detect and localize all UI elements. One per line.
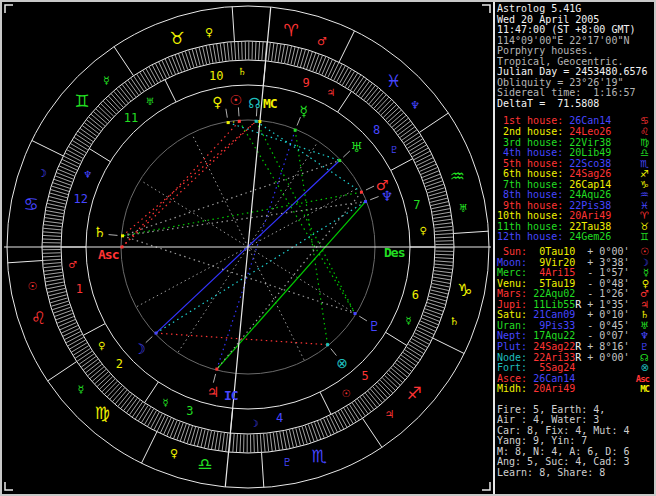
chart-header-block: Astrolog 5.41GWed 20 April 200511:47:00 … — [497, 4, 654, 109]
degree-tick — [316, 55, 323, 72]
aspect-line-asc-node — [122, 121, 256, 247]
degree-tick — [226, 433, 228, 451]
degree-tick — [62, 159, 78, 167]
planet-row: Midh: 20Ari49MC — [497, 384, 654, 395]
degree-tick — [64, 156, 80, 164]
degree-tick — [278, 44, 281, 62]
degree-tick — [206, 46, 210, 64]
house-cusp-spoke — [165, 80, 176, 102]
planet-velocity: + 8°16' — [581, 342, 629, 353]
degree-tick — [44, 225, 62, 227]
degree-tick — [435, 241, 453, 242]
degree-tick — [66, 334, 82, 342]
degree-tick — [44, 266, 62, 268]
degree-tick — [403, 352, 418, 362]
degree-tick — [233, 434, 234, 452]
planet-velocity: + 0°00' — [581, 353, 629, 364]
degree-tick — [224, 43, 226, 61]
info-panel: Astrolog 5.41GWed 20 April 200511:47:00 … — [495, 2, 654, 494]
house-ruler-glyph: ♀ — [419, 225, 426, 236]
degree-tick — [422, 318, 439, 325]
degree-tick — [260, 434, 261, 452]
planet-position-value: 20Ari49 — [527, 384, 575, 395]
degree-tick — [322, 58, 329, 75]
house-cusp-spoke — [145, 382, 159, 403]
degree-tick — [155, 64, 163, 80]
neptune-marker — [364, 200, 367, 203]
saturn-marker — [121, 234, 124, 237]
scorpio-ruler-glyph: ♇ — [282, 456, 292, 469]
degree-tick — [220, 43, 222, 61]
degree-tick — [175, 55, 181, 72]
degree-tick — [210, 45, 213, 63]
degree-tick — [424, 312, 441, 318]
aspect-line-mars-saturn — [122, 192, 361, 236]
degree-tick — [70, 340, 86, 349]
degree-tick — [421, 167, 438, 174]
degree-tick — [338, 411, 347, 427]
scorpio-sign-glyph: ♏ — [311, 446, 326, 466]
sign-boundary — [141, 432, 156, 463]
degree-tick — [332, 414, 340, 430]
house-ruler-glyph: ☿ — [162, 397, 168, 408]
degree-tick — [433, 212, 451, 215]
degree-tick — [328, 61, 336, 77]
uranus-marker — [338, 159, 341, 162]
degree-tick — [154, 414, 162, 430]
degree-tick — [61, 163, 77, 170]
aspect-line-venus-uranus — [228, 123, 340, 161]
degree-tick — [56, 173, 73, 180]
degree-tick — [208, 431, 212, 449]
capricorn-ruler-glyph: ♄ — [449, 315, 459, 328]
degree-tick — [330, 416, 338, 432]
jupiter-glyph: ♃ — [207, 384, 220, 400]
sign-boundary — [433, 338, 464, 353]
degree-tick — [415, 154, 431, 162]
degree-tick — [407, 347, 422, 357]
degree-tick — [310, 53, 316, 70]
degree-tick — [211, 432, 214, 450]
uranus-glyph: ♅ — [350, 139, 363, 155]
sign-boundary — [232, 7, 234, 42]
degree-tick — [201, 430, 205, 448]
degree-tick — [311, 423, 317, 440]
corner-bracket — [5, 482, 13, 490]
aquarius-ruler-glyph: ♅ — [459, 202, 469, 215]
degree-tick — [58, 169, 75, 176]
degree-tick — [45, 214, 63, 217]
mc-label: MC — [263, 96, 277, 111]
degree-tick — [135, 404, 145, 419]
degree-tick — [170, 421, 177, 438]
degree-tick — [152, 65, 160, 81]
aspect-line-moon-fortune — [156, 333, 328, 345]
header-line: Astrolog 5.41G — [497, 4, 654, 15]
jupiter-marker — [215, 368, 218, 371]
degree-tick — [280, 432, 283, 450]
house-cusp-spoke — [391, 159, 413, 171]
degree-tick — [423, 315, 440, 322]
degree-tick — [151, 412, 160, 428]
sun-glyph: ☉ — [229, 92, 242, 108]
degree-tick — [433, 216, 451, 219]
virgo-sign-glyph: ♍ — [95, 403, 110, 423]
planet-label: Fort: — [497, 363, 527, 374]
aspect-line-saturn-node — [122, 121, 256, 236]
degree-tick — [327, 417, 335, 433]
degree-tick — [132, 402, 142, 417]
degree-tick — [46, 207, 64, 211]
house-ruler-glyph: ☉ — [341, 388, 350, 399]
degree-tick — [286, 431, 290, 449]
house-cusp-spoke — [83, 324, 105, 336]
libra-ruler-glyph: ♀ — [170, 447, 178, 460]
node-glyph: ☊ — [248, 95, 260, 111]
house-number: 8 — [373, 123, 380, 137]
house-number: 3 — [186, 404, 193, 418]
degree-tick — [324, 419, 331, 435]
virgo-ruler-glyph: ☿ — [78, 383, 85, 396]
degree-tick — [48, 292, 65, 296]
header-line: DeltaT = 71.5808 — [497, 99, 654, 110]
degree-tick — [272, 43, 274, 61]
gemini-sign-glyph: ♊ — [74, 91, 89, 111]
degree-tick — [76, 134, 91, 144]
house-number: 2 — [116, 357, 123, 371]
